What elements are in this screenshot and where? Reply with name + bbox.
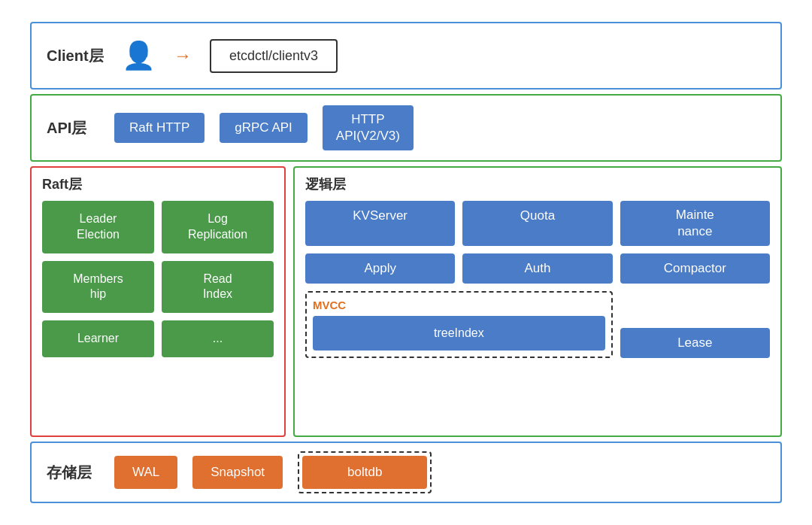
lease-button[interactable]: Lease [620,328,770,358]
leader-election-button[interactable]: LeaderElection [42,201,154,253]
quota-button[interactable]: Quota [462,201,612,246]
read-index-button[interactable]: ReadIndex [162,261,274,314]
http-api-button[interactable]: HTTPAPI(V2/V3) [323,105,414,150]
snapshot-button[interactable]: Snapshot [192,456,283,489]
compactor-button[interactable]: Compactor [620,253,770,284]
client-layer-label: Client层 [47,46,107,66]
api-layer-label: API层 [47,118,92,138]
learner-button[interactable]: Learner [42,320,154,357]
ellipsis-button[interactable]: ... [162,320,274,357]
etcdctl-box: etcdctl/clientv3 [210,39,338,73]
grpc-api-button[interactable]: gRPC API [220,113,308,143]
api-boxes: Raft HTTP gRPC API HTTPAPI(V2/V3) [114,105,414,150]
logic-grid: KVServer Quota Maintenance Apply Auth Co… [305,201,770,358]
mvcc-label: MVCC [313,299,605,311]
raft-layer-label: Raft层 [42,175,274,193]
client-layer: Client层 👤 → etcdctl/clientv3 [30,22,782,90]
raft-http-button[interactable]: Raft HTTP [114,113,205,143]
storage-layer: 存储层 WAL Snapshot boltdb [30,442,782,503]
membership-button[interactable]: Membership [42,261,154,314]
boltdb-section: boltdb [298,451,432,493]
wal-button[interactable]: WAL [114,456,177,489]
logic-layer-label: 逻辑层 [305,175,770,193]
raft-layer: Raft层 LeaderElection LogReplication Memb… [30,166,286,437]
diagram-wrapper: Client层 👤 → etcdctl/clientv3 API层 Raft H… [23,14,789,511]
boltdb-button[interactable]: boltdb [302,456,427,489]
api-layer: API层 Raft HTTP gRPC API HTTPAPI(V2/V3) [30,94,782,162]
apply-button[interactable]: Apply [305,253,455,284]
kvserver-button[interactable]: KVServer [305,201,455,246]
bottom-row: Raft层 LeaderElection LogReplication Memb… [30,166,782,437]
raft-grid: LeaderElection LogReplication Membership… [42,201,274,357]
treeindex-button[interactable]: treeIndex [313,316,605,351]
maintenance-button[interactable]: Maintenance [620,201,770,246]
arrow-right-icon: → [174,45,192,66]
auth-button[interactable]: Auth [462,253,612,284]
logic-layer: 逻辑层 KVServer Quota Maintenance Apply Aut… [293,166,782,437]
storage-layer-label: 存储层 [47,463,99,483]
log-replication-button[interactable]: LogReplication [162,201,274,253]
person-icon: 👤 [122,40,156,71]
mvcc-section: MVCC treeIndex [305,291,613,358]
